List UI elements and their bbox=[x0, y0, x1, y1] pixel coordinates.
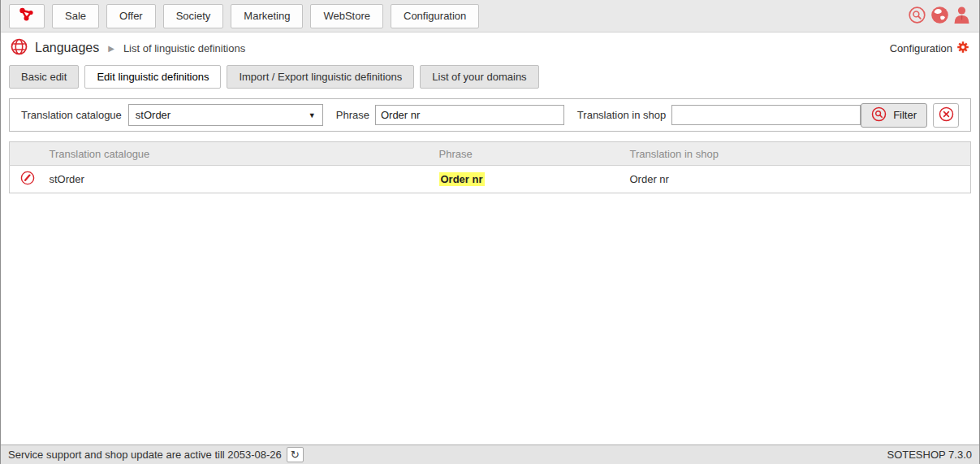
table-row: stOrder Order nr Order nr bbox=[10, 166, 971, 193]
configuration-link-label: Configuration bbox=[890, 42, 952, 54]
tab-import-export-linguistic-definitions[interactable]: Import / Export linguistic definitions bbox=[227, 65, 414, 89]
table-header-actions bbox=[10, 142, 46, 166]
nav-item-webstore[interactable]: WebStore bbox=[310, 4, 383, 28]
filter-search-icon bbox=[871, 106, 887, 124]
nav-item-society[interactable]: Society bbox=[163, 4, 224, 28]
catalogue-select[interactable]: stOrder ▼ bbox=[128, 104, 323, 126]
breadcrumb-current-page: List of linguistic definitions bbox=[123, 42, 245, 54]
filter-button[interactable]: Filter bbox=[861, 103, 927, 128]
cell-catalogue: stOrder bbox=[46, 166, 436, 193]
top-navigation-bar: Sale Offer Society Marketing WebStore Co… bbox=[1, 0, 979, 33]
home-logo-button[interactable] bbox=[9, 4, 45, 28]
user-icon bbox=[953, 6, 970, 27]
table-header-phrase: Phrase bbox=[436, 142, 627, 166]
search-button[interactable] bbox=[907, 6, 927, 27]
support-status-text: Service support and shop update are acti… bbox=[8, 449, 282, 461]
breadcrumb: Languages ▶ List of linguistic definitio… bbox=[1, 33, 979, 63]
languages-globe-icon bbox=[11, 38, 28, 59]
highlighted-phrase: Order nr bbox=[439, 172, 485, 186]
globe-icon bbox=[930, 6, 949, 27]
admin-window: Sale Offer Society Marketing WebStore Co… bbox=[0, 0, 980, 464]
filter-button-label: Filter bbox=[893, 109, 917, 121]
translation-input-label: Translation in shop bbox=[577, 109, 666, 121]
edit-pencil-icon bbox=[20, 171, 35, 188]
clear-filter-button[interactable] bbox=[933, 103, 959, 128]
results-table: Translation catalogue Phrase Translation… bbox=[9, 141, 971, 193]
tab-basic-edit[interactable]: Basic edit bbox=[9, 65, 79, 89]
content-spacer bbox=[1, 193, 979, 444]
cell-phrase: Order nr bbox=[436, 166, 627, 193]
nav-item-offer[interactable]: Offer bbox=[106, 4, 156, 28]
nav-item-sale[interactable]: Sale bbox=[52, 4, 99, 28]
nav-item-marketing[interactable]: Marketing bbox=[231, 4, 303, 28]
circled-x-icon bbox=[939, 106, 954, 124]
soteshop-logo-icon bbox=[18, 7, 36, 25]
tab-bar: Basic edit Edit linguistic definitions I… bbox=[1, 63, 979, 89]
gear-icon bbox=[956, 41, 969, 56]
breadcrumb-arrow-icon: ▶ bbox=[108, 44, 114, 53]
edit-row-button[interactable] bbox=[20, 171, 35, 188]
filter-bar: Translation catalogue stOrder ▼ Phrase T… bbox=[9, 98, 971, 132]
table-header-translation: Translation in shop bbox=[627, 142, 971, 166]
cell-translation: Order nr bbox=[627, 166, 971, 193]
configuration-link[interactable]: Configuration bbox=[890, 41, 969, 56]
tab-list-of-your-domains[interactable]: List of your domains bbox=[420, 65, 538, 89]
table-header-row: Translation catalogue Phrase Translation… bbox=[10, 142, 971, 166]
refresh-button[interactable]: ↻ bbox=[287, 447, 304, 462]
phrase-input[interactable] bbox=[375, 105, 564, 125]
app-version: SOTESHOP 7.3.0 bbox=[887, 449, 972, 461]
language-button[interactable] bbox=[930, 6, 950, 27]
catalogue-select-value: stOrder bbox=[136, 109, 309, 121]
table-header-catalogue: Translation catalogue bbox=[46, 142, 436, 166]
nav-item-configuration[interactable]: Configuration bbox=[391, 4, 479, 28]
refresh-icon: ↻ bbox=[291, 449, 300, 460]
tab-edit-linguistic-definitions[interactable]: Edit linguistic definitions bbox=[84, 65, 221, 89]
translation-input[interactable] bbox=[671, 105, 861, 125]
topbar-right-icons bbox=[907, 6, 971, 27]
page-title: Languages bbox=[35, 41, 99, 55]
search-icon bbox=[908, 6, 926, 27]
catalogue-select-label: Translation catalogue bbox=[21, 109, 122, 121]
chevron-down-icon: ▼ bbox=[309, 111, 316, 119]
account-button[interactable] bbox=[952, 6, 971, 27]
status-bar: Service support and shop update are acti… bbox=[1, 444, 979, 464]
phrase-input-label: Phrase bbox=[336, 109, 369, 121]
